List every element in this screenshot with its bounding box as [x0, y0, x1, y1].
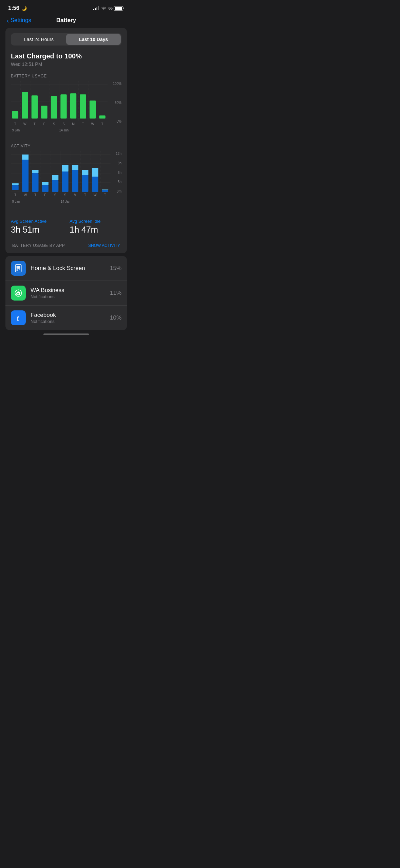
- avg-screen-idle-label: Avg Screen Idle: [70, 219, 121, 224]
- status-bar: 1:56 🌙 66: [0, 0, 132, 14]
- activity-y-0m: 0m: [116, 189, 121, 193]
- activity-label: ACTIVITY: [11, 144, 121, 148]
- svg-text:9 Jan: 9 Jan: [12, 200, 20, 203]
- battery-usage-svg: T W T F S S M T W T 9 Jan 14 Jan: [11, 81, 111, 135]
- svg-rect-65: [92, 168, 98, 177]
- svg-text:S: S: [53, 122, 55, 126]
- svg-rect-58: [62, 171, 69, 192]
- svg-rect-54: [42, 185, 49, 192]
- svg-text:S: S: [62, 122, 64, 126]
- svg-rect-53: [32, 170, 39, 173]
- svg-rect-17: [60, 94, 66, 119]
- back-label: Settings: [11, 17, 31, 24]
- battery-fill: [115, 7, 122, 10]
- svg-rect-18: [70, 93, 76, 119]
- svg-text:14 Jan: 14 Jan: [61, 200, 70, 203]
- activity-y-6h: 6h: [116, 171, 121, 175]
- signal-bars-icon: [93, 6, 99, 10]
- status-icons: 66: [93, 6, 124, 11]
- svg-text:T: T: [104, 193, 106, 197]
- time-range-selector[interactable]: Last 24 Hours Last 10 Days: [11, 33, 121, 46]
- home-bar: [0, 330, 132, 337]
- app-percent-fb: 10%: [110, 314, 121, 321]
- last-10-days-tab[interactable]: Last 10 Days: [66, 34, 121, 45]
- app-percent-wa: 11%: [110, 290, 121, 296]
- activity-chart-area: T W T F S S M T W T 9 Jan 14 Jan: [11, 151, 121, 212]
- battery-indicator: 66: [109, 6, 124, 11]
- svg-text:T: T: [34, 193, 36, 197]
- app-list: Home & Lock Screen 15% B WA Business Not…: [5, 256, 127, 330]
- svg-rect-63: [82, 170, 88, 175]
- svg-rect-59: [62, 165, 69, 171]
- app-sub-fb: Notifications: [31, 319, 105, 324]
- activity-y-12h: 12h: [116, 152, 121, 156]
- svg-rect-67: [102, 189, 108, 190]
- last-charged-subtitle: Wed 12:51 PM: [11, 61, 121, 67]
- avg-screen-active-col: Avg Screen Active 3h 51m: [11, 219, 63, 235]
- svg-rect-61: [72, 165, 78, 170]
- app-icon-fb: f: [11, 310, 26, 325]
- svg-text:T: T: [14, 193, 16, 197]
- battery-y-50: 50%: [113, 101, 121, 105]
- svg-text:T: T: [14, 122, 16, 126]
- svg-rect-82: [17, 269, 18, 271]
- avg-screen-active-label: Avg Screen Active: [11, 219, 63, 224]
- activity-stats: Avg Screen Active 3h 51m Avg Screen Idle…: [11, 219, 121, 235]
- svg-rect-12: [12, 111, 18, 119]
- app-sub-wa: Notifications: [31, 294, 105, 299]
- wifi-icon: [101, 6, 107, 10]
- svg-rect-51: [22, 155, 28, 160]
- svg-text:W: W: [94, 193, 97, 197]
- svg-rect-16: [51, 96, 57, 119]
- app-info-wa: WA Business Notifications: [31, 287, 105, 299]
- battery-percent-text: 66: [109, 6, 113, 10]
- svg-rect-21: [99, 115, 105, 119]
- activity-svg: T W T F S S M T W T 9 Jan 14 Jan: [11, 151, 114, 211]
- avg-screen-idle-value: 1h 47m: [70, 224, 121, 235]
- svg-text:M: M: [72, 122, 75, 126]
- activity-y-9h: 9h: [116, 161, 121, 165]
- app-item-home[interactable]: Home & Lock Screen 15%: [5, 256, 127, 281]
- svg-text:T: T: [34, 122, 36, 126]
- battery-y-100: 100%: [113, 82, 121, 86]
- activity-y-3h: 3h: [116, 180, 121, 184]
- nav-header: ‹ Settings Battery: [0, 14, 132, 28]
- battery-usage-label: BATTERY USAGE: [11, 74, 121, 78]
- svg-rect-62: [82, 175, 88, 192]
- svg-text:T: T: [101, 122, 103, 126]
- last-24-hours-tab[interactable]: Last 24 Hours: [12, 34, 66, 45]
- svg-rect-81: [17, 266, 20, 269]
- battery-usage-chart-area: T W T F S S M T W T 9 Jan 14 Jan: [11, 81, 121, 137]
- svg-rect-56: [52, 180, 58, 192]
- svg-text:f: f: [17, 315, 19, 322]
- moon-icon: 🌙: [21, 6, 27, 11]
- svg-text:W: W: [91, 122, 95, 126]
- main-content: Last 24 Hours Last 10 Days Last Charged …: [0, 28, 132, 330]
- svg-text:F: F: [43, 122, 45, 126]
- app-name-home: Home & Lock Screen: [31, 265, 105, 272]
- svg-rect-66: [102, 190, 108, 192]
- svg-rect-19: [80, 94, 86, 119]
- app-item-fb[interactable]: f Facebook Notifications 10%: [5, 306, 127, 330]
- svg-rect-15: [41, 106, 47, 119]
- app-item-wa[interactable]: B WA Business Notifications 11%: [5, 281, 127, 306]
- svg-text:M: M: [74, 193, 77, 197]
- svg-rect-14: [32, 95, 38, 119]
- back-button[interactable]: ‹ Settings: [7, 17, 31, 24]
- show-activity-button[interactable]: SHOW ACTIVITY: [88, 243, 120, 248]
- app-name-wa: WA Business: [31, 287, 105, 294]
- app-icon-wa: B: [11, 286, 26, 301]
- svg-rect-60: [72, 170, 78, 192]
- svg-text:B: B: [17, 292, 19, 295]
- svg-text:14 Jan: 14 Jan: [59, 128, 69, 132]
- app-name-fb: Facebook: [31, 312, 105, 319]
- app-icon-home: [11, 261, 26, 276]
- battery-usage-chart: BATTERY USAGE: [11, 74, 121, 137]
- svg-text:W: W: [23, 122, 27, 126]
- svg-text:W: W: [24, 193, 27, 197]
- last-charged-title: Last Charged to 100%: [11, 52, 121, 60]
- usage-by-app-label: BATTERY USAGE BY APP: [12, 243, 65, 248]
- svg-rect-57: [52, 175, 58, 180]
- avg-screen-idle-col: Avg Screen Idle 1h 47m: [70, 219, 121, 235]
- page-title: Battery: [56, 17, 76, 24]
